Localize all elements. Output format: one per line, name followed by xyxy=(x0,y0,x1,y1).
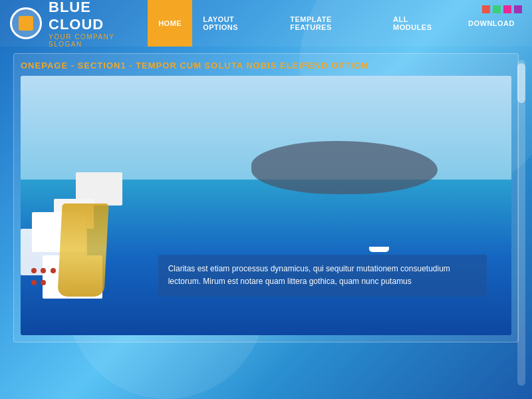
nav-template-features[interactable]: TEMPLATE FEATURES xyxy=(279,0,382,47)
boat xyxy=(369,247,389,252)
section-title: ONEPAGE - SECTION1 - TEMPOR CUM SOLUTA N… xyxy=(21,61,511,70)
plant-dot-1 xyxy=(31,268,37,273)
plant-dot-4 xyxy=(31,280,37,285)
nav-all-modules[interactable]: ALL MODULES xyxy=(382,0,458,47)
main-nav: HOME LAYOUT OPTIONS TEMPLATE FEATURES AL… xyxy=(148,0,525,47)
curtain xyxy=(57,203,108,297)
plants xyxy=(31,265,57,289)
logo-area: BLUE CLOUD YOUR COMPANY SLOGAN xyxy=(10,0,148,48)
hero-overlay-text: Claritas est etiam processus dynamicus, … xyxy=(168,263,477,288)
scrollbar-thumb[interactable] xyxy=(517,63,525,103)
main-content: ONEPAGE - SECTION1 - TEMPOR CUM SOLUTA N… xyxy=(13,53,519,342)
hero-image: Claritas est etiam processus dynamicus, … xyxy=(21,76,511,335)
header: BLUE CLOUD YOUR COMPANY SLOGAN HOME LAYO… xyxy=(0,0,532,47)
nav-layout-options[interactable]: LAYOUT OPTIONS xyxy=(192,0,279,47)
nav-download[interactable]: DOWNLOAD xyxy=(458,0,525,47)
logo-text: BLUE CLOUD YOUR COMPANY SLOGAN xyxy=(49,0,148,48)
scrollbar-track[interactable] xyxy=(517,60,525,386)
nav-home[interactable]: HOME xyxy=(148,0,192,47)
logo-slogan: YOUR COMPANY SLOGAN xyxy=(49,33,148,48)
plant-dot-3 xyxy=(51,268,56,273)
logo-title: BLUE CLOUD xyxy=(49,0,148,33)
plant-dot-5 xyxy=(41,280,46,285)
plant-dot-2 xyxy=(41,268,46,273)
logo-icon xyxy=(10,7,42,39)
hero-text-overlay: Claritas est etiam processus dynamicus, … xyxy=(158,255,487,296)
logo-icon-inner xyxy=(19,16,33,31)
